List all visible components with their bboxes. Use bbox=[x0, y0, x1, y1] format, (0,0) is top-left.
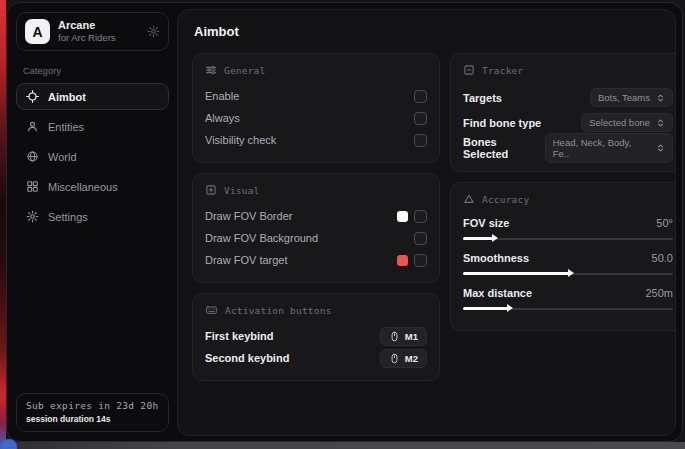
slider-value: 250m bbox=[645, 287, 673, 299]
entities-icon bbox=[26, 120, 39, 133]
setting-label: Enable bbox=[205, 90, 239, 102]
setting-row-bones-selected: Bones Selected Head, Neck, Body, Fe.. bbox=[463, 135, 673, 160]
crosshair-icon bbox=[26, 90, 39, 103]
setting-label: Draw FOV Background bbox=[205, 232, 318, 244]
slider-thumb[interactable] bbox=[568, 269, 574, 277]
slider-value: 50.0 bbox=[652, 252, 673, 264]
app-name: Arcane bbox=[58, 19, 139, 32]
targets-dropdown[interactable]: Bots, Teams bbox=[590, 88, 673, 107]
general-card-header: General bbox=[205, 64, 427, 76]
card-title: Visual bbox=[224, 185, 260, 196]
fov-size-slider-group: FOV size 50° bbox=[463, 214, 673, 243]
sidebar-item-entities[interactable]: Entities bbox=[16, 113, 169, 140]
chevrons-up-down-icon bbox=[656, 118, 665, 128]
keybind-value: M1 bbox=[405, 331, 418, 342]
setting-row-fov-background: Draw FOV Background bbox=[205, 227, 427, 249]
general-card: General Enable Always Visibility check bbox=[192, 53, 440, 163]
activation-card-header: Activation buttons bbox=[205, 304, 427, 316]
setting-row-second-keybind: Second keybind M2 bbox=[205, 347, 427, 369]
sidebar: A Arcane for Arc Riders Category bbox=[7, 3, 177, 441]
color-swatch[interactable] bbox=[397, 255, 408, 266]
smoothness-slider[interactable] bbox=[463, 269, 673, 278]
visual-card-header: Visual bbox=[205, 184, 427, 196]
color-swatch[interactable] bbox=[397, 211, 408, 222]
sidebar-item-label: Settings bbox=[48, 211, 88, 223]
bones-selected-dropdown[interactable]: Head, Neck, Body, Fe.. bbox=[545, 133, 673, 163]
sub-expires-text: Sub expires in 23d 20h bbox=[26, 400, 159, 411]
always-checkbox[interactable] bbox=[414, 112, 427, 125]
setting-label: Always bbox=[205, 112, 240, 124]
fov-background-checkbox[interactable] bbox=[414, 232, 427, 245]
setting-row-enable: Enable bbox=[205, 85, 427, 107]
setting-label: Targets bbox=[463, 92, 502, 104]
page-title: Aimbot bbox=[194, 24, 661, 39]
keybind-value: M2 bbox=[405, 353, 418, 364]
sidebar-item-aimbot[interactable]: Aimbot bbox=[16, 83, 169, 110]
max-distance-slider[interactable] bbox=[463, 304, 673, 313]
setting-label: Visibility check bbox=[205, 134, 276, 146]
second-keybind-button[interactable]: M2 bbox=[380, 349, 427, 368]
chevrons-up-down-icon bbox=[656, 93, 665, 103]
session-duration-text: session duration 14s bbox=[26, 414, 159, 424]
setting-row-always: Always bbox=[205, 107, 427, 129]
sidebar-item-miscellaneous[interactable]: Miscellaneous bbox=[16, 173, 169, 200]
enable-checkbox[interactable] bbox=[414, 90, 427, 103]
app-logo: A bbox=[25, 19, 50, 44]
tracker-card-header: Tracker bbox=[463, 64, 673, 76]
card-title: Accuracy bbox=[482, 194, 529, 205]
card-title: Activation buttons bbox=[225, 305, 332, 316]
visibility-check-checkbox[interactable] bbox=[414, 134, 427, 147]
sidebar-item-settings[interactable]: Settings bbox=[16, 203, 169, 230]
subscription-box: Sub expires in 23d 20h session duration … bbox=[16, 393, 169, 432]
dropdown-value: Bots, Teams bbox=[598, 92, 650, 103]
setting-row-targets: Targets Bots, Teams bbox=[463, 85, 673, 110]
setting-row-first-keybind: First keybind M1 bbox=[205, 325, 427, 347]
setting-label: Draw FOV Border bbox=[205, 210, 292, 222]
activation-buttons-card: Activation buttons First keybind M1 bbox=[192, 293, 440, 381]
background-bottom-strip bbox=[6, 442, 685, 449]
setting-row-fov-border: Draw FOV Border bbox=[205, 205, 427, 227]
setting-label: Bones Selected bbox=[463, 136, 545, 160]
settings-gear-icon[interactable] bbox=[147, 25, 160, 38]
first-keybind-button[interactable]: M1 bbox=[380, 327, 427, 346]
sidebar-nav: Aimbot Entities World bbox=[16, 83, 169, 230]
tracker-card: Tracker Targets Bots, Teams bbox=[450, 53, 676, 172]
slider-label: Max distance bbox=[463, 287, 532, 299]
slider-thumb[interactable] bbox=[507, 304, 513, 312]
gear-icon bbox=[26, 210, 39, 223]
sidebar-item-label: Entities bbox=[48, 121, 84, 133]
sidebar-item-label: Miscellaneous bbox=[48, 181, 118, 193]
slider-thumb[interactable] bbox=[492, 234, 498, 242]
cheat-menu-window: A Arcane for Arc Riders Category bbox=[6, 2, 683, 442]
tracker-icon bbox=[463, 64, 475, 76]
chevrons-up-down-icon bbox=[656, 143, 665, 153]
find-bone-type-dropdown[interactable]: Selected bone bbox=[581, 113, 673, 132]
globe-icon bbox=[26, 150, 39, 163]
slider-label: FOV size bbox=[463, 217, 509, 229]
app-subtitle: for Arc Riders bbox=[58, 32, 139, 44]
max-distance-slider-group: Max distance 250m bbox=[463, 284, 673, 313]
grid-icon bbox=[26, 180, 39, 193]
card-title: General bbox=[224, 65, 265, 76]
sidebar-item-world[interactable]: World bbox=[16, 143, 169, 170]
mouse-icon bbox=[389, 331, 400, 342]
sidebar-item-label: World bbox=[48, 151, 77, 163]
fov-size-slider[interactable] bbox=[463, 234, 673, 243]
setting-row-fov-target: Draw FOV target bbox=[205, 249, 427, 271]
keyboard-icon bbox=[205, 304, 218, 316]
brand-header: A Arcane for Arc Riders bbox=[16, 12, 169, 51]
fov-border-checkbox[interactable] bbox=[414, 210, 427, 223]
visual-card: Visual Draw FOV Border Draw FOV Backgrou… bbox=[192, 173, 440, 283]
dropdown-value: Selected bone bbox=[589, 117, 650, 128]
setting-label: Second keybind bbox=[205, 352, 289, 364]
card-title: Tracker bbox=[482, 65, 523, 76]
fov-target-checkbox[interactable] bbox=[414, 254, 427, 267]
dropdown-value: Head, Neck, Body, Fe.. bbox=[553, 137, 650, 159]
sliders-icon bbox=[205, 64, 217, 76]
accuracy-card-header: Accuracy bbox=[463, 193, 673, 205]
triangle-icon bbox=[463, 193, 475, 205]
setting-label: Draw FOV target bbox=[205, 254, 288, 266]
setting-label: First keybind bbox=[205, 330, 273, 342]
setting-row-find-bone-type: Find bone type Selected bone bbox=[463, 110, 673, 135]
visual-icon bbox=[205, 184, 217, 196]
